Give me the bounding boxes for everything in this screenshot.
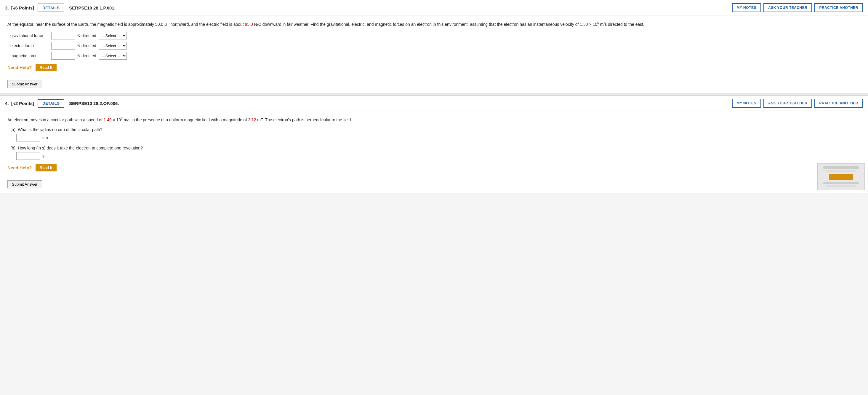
gravitational-force-input[interactable] [51, 32, 75, 39]
magnetic-force-label: magnetic force [10, 53, 49, 58]
electric-force-row: electric force N directed ---Select--- u… [10, 42, 861, 50]
need-help-label-4: Need Help? [7, 165, 32, 170]
gravitational-force-select[interactable]: ---Select--- upward downward northward s… [99, 32, 127, 39]
revolution-time-input[interactable] [16, 152, 40, 160]
radius-unit: cm [42, 135, 48, 140]
my-notes-button-4[interactable]: MY NOTES [732, 99, 761, 108]
my-notes-button-3[interactable]: MY NOTES [732, 3, 761, 12]
question-3-body: At the equator, near the surface of the … [0, 16, 868, 77]
sub-a-input-row: cm [16, 134, 861, 141]
question-4-number: 4. [-/2 Points] [5, 101, 34, 106]
electric-force-label: electric force [10, 43, 49, 48]
divider [0, 93, 868, 95]
need-help-3: Need Help? Read It [7, 64, 861, 71]
question-4-body: An electron moves in a circular path wit… [0, 111, 868, 177]
revolution-unit: s [42, 153, 44, 158]
details-button-3[interactable]: DETAILS [38, 4, 64, 12]
sub-question-b: (b)How long (in s) does it take the elec… [10, 146, 861, 160]
question-3-id: SERPSE10 28.1.P.001. [69, 5, 116, 10]
gravitational-force-unit: N directed [77, 33, 96, 38]
need-help-label-3: Need Help? [7, 65, 32, 70]
question-3-actions: MY NOTES ASK YOUR TEACHER PRACTICE ANOTH… [732, 3, 863, 12]
question-3-number: 3. [-/6 Points] [5, 5, 34, 10]
ask-teacher-button-3[interactable]: ASK YOUR TEACHER [764, 3, 812, 12]
question-4-header: 4. [-/2 Points] DETAILS SERPSE10 28.2.OP… [0, 96, 868, 111]
sub-question-a: (a)What is the radius (in cm) of the cir… [10, 127, 861, 141]
ask-teacher-button-4[interactable]: ASK YOUR TEACHER [764, 99, 812, 108]
thumbnail-preview [817, 163, 865, 190]
question-4-text: An electron moves in a circular path wit… [7, 116, 861, 123]
submit-button-4[interactable]: Submit Answer [7, 180, 42, 188]
magnetic-force-row: magnetic force N directed ---Select--- u… [10, 52, 861, 60]
electric-force-unit: N directed [77, 43, 96, 48]
question-3-header: 3. [-/6 Points] DETAILS SERPSE10 28.1.P.… [0, 0, 868, 16]
sub-b-input-row: s [16, 152, 861, 160]
sub-b-label-row: (b)How long (in s) does it take the elec… [10, 146, 861, 150]
question-3-text: At the equator, near the surface of the … [7, 21, 861, 28]
read-it-button-3[interactable]: Read It [36, 64, 57, 71]
gravitational-force-label: gravitational force [10, 33, 49, 38]
magnetic-force-unit: N directed [77, 53, 96, 58]
details-button-4[interactable]: DETAILS [38, 99, 64, 108]
gravitational-force-row: gravitational force N directed ---Select… [10, 32, 861, 39]
submit-row-4: Submit Answer [0, 177, 868, 193]
read-it-button-4[interactable]: Read It [36, 164, 57, 171]
submit-button-3[interactable]: Submit Answer [7, 80, 42, 88]
electric-force-select[interactable]: ---Select--- upward downward northward s… [99, 42, 127, 50]
radius-input[interactable] [16, 134, 40, 141]
magnetic-force-input[interactable] [51, 52, 75, 60]
question-4-actions: MY NOTES ASK YOUR TEACHER PRACTICE ANOTH… [732, 99, 863, 108]
magnetic-force-select[interactable]: ---Select--- upward downward northward s… [99, 52, 127, 60]
practice-another-button-3[interactable]: PRACTICE ANOTHER [814, 3, 863, 12]
electric-force-input[interactable] [51, 42, 75, 50]
question-4: 4. [-/2 Points] DETAILS SERPSE10 28.2.OP… [0, 95, 868, 193]
question-3: 3. [-/6 Points] DETAILS SERPSE10 28.1.P.… [0, 0, 868, 93]
submit-row-3: Submit Answer [0, 77, 868, 93]
sub-a-label-row: (a)What is the radius (in cm) of the cir… [10, 127, 861, 132]
question-4-id: SERPSE10 28.2.OP.006. [69, 101, 119, 106]
practice-another-button-4[interactable]: PRACTICE ANOTHER [814, 99, 863, 108]
need-help-4: Need Help? Read It [7, 164, 861, 171]
